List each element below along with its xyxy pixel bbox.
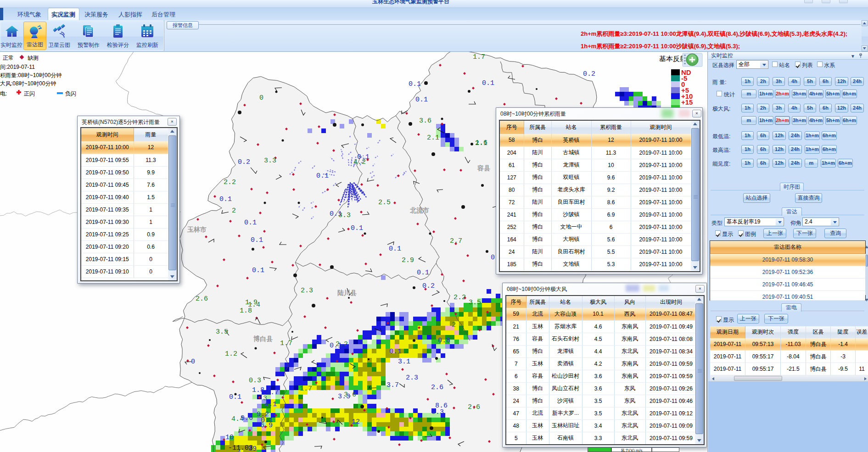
svg-text:0.2: 0.2: [238, 158, 250, 166]
svg-text:2.9: 2.9: [402, 257, 414, 264]
svg-text:2: 2: [232, 207, 236, 215]
svg-text:2.6: 2.6: [431, 384, 443, 391]
svg-text:10: 10: [225, 434, 234, 441]
svg-text:2.2: 2.2: [224, 179, 236, 186]
svg-text:0.2: 0.2: [422, 282, 435, 290]
svg-text:正常: 正常: [3, 55, 14, 61]
svg-text:0.1: 0.1: [417, 269, 429, 277]
svg-text:0.1: 0.1: [244, 219, 257, 227]
svg-text:1.7: 1.7: [300, 385, 312, 393]
svg-text:0.1: 0.1: [351, 224, 363, 232]
svg-text:2.6: 2.6: [468, 403, 480, 411]
svg-text:+15: +15: [681, 98, 693, 106]
svg-text:0.1: 0.1: [219, 195, 232, 203]
svg-text:1.7: 1.7: [473, 53, 485, 61]
svg-text:0.1: 0.1: [409, 80, 421, 88]
svg-text:3.1: 3.1: [398, 358, 410, 366]
svg-text:0.1: 0.1: [482, 79, 494, 87]
svg-text:3.6: 3.6: [419, 117, 431, 125]
svg-text:12: 12: [352, 418, 360, 426]
svg-text:2.7: 2.7: [450, 237, 462, 245]
svg-text:电:: 电:: [0, 90, 7, 97]
svg-text:0.1: 0.1: [357, 153, 370, 161]
svg-text:积雨量:08时~10时00分钟: 积雨量:08时~10时00分钟: [0, 72, 62, 78]
svg-text:4.1: 4.1: [264, 401, 277, 408]
svg-text:3.3: 3.3: [338, 393, 350, 401]
svg-text:2.2: 2.2: [454, 294, 466, 301]
svg-text:陆川县: 陆川县: [337, 289, 357, 296]
svg-text:大风:08时~10时00分钟: 大风:08时~10时00分钟: [0, 80, 56, 87]
svg-text:2.1: 2.1: [427, 134, 439, 142]
svg-text:2.3: 2.3: [406, 374, 418, 382]
svg-text:博白县: 博白县: [253, 335, 273, 342]
svg-text:0.1: 0.1: [389, 348, 402, 356]
svg-text:0.2: 0.2: [583, 70, 595, 78]
svg-text:5.3: 5.3: [431, 408, 444, 416]
svg-text:缺测: 缺测: [28, 55, 39, 61]
svg-text:0.1: 0.1: [389, 245, 401, 253]
svg-text:1.8: 1.8: [252, 386, 264, 394]
svg-text:北流市: 北流市: [409, 206, 429, 214]
svg-text:0.1: 0.1: [252, 267, 264, 274]
svg-text:0.1: 0.1: [316, 172, 329, 180]
svg-text:0.3: 0.3: [249, 377, 261, 385]
svg-text:0.1: 0.1: [251, 236, 263, 244]
svg-text:0: 0: [191, 358, 195, 366]
svg-text:-11.03: -11.03: [228, 444, 253, 452]
svg-text:0: 0: [259, 94, 263, 102]
svg-text:2.6: 2.6: [196, 295, 208, 303]
svg-text:2.5: 2.5: [378, 199, 391, 206]
svg-text:2: 2: [452, 321, 456, 329]
svg-text:9.6: 9.6: [241, 414, 253, 422]
svg-text:3.5: 3.5: [469, 299, 481, 307]
svg-text:1.7: 1.7: [280, 340, 292, 347]
svg-text:3.7: 3.7: [386, 381, 399, 389]
svg-text:9.2: 9.2: [257, 411, 269, 419]
svg-text:玉林市: 玉林市: [187, 226, 207, 233]
svg-text:2.3: 2.3: [301, 287, 313, 295]
svg-text:4.7: 4.7: [266, 389, 279, 396]
svg-text:6.9: 6.9: [260, 422, 273, 430]
svg-text:间:2019-07-11: 间:2019-07-11: [0, 64, 35, 70]
svg-text:3.5: 3.5: [216, 328, 228, 336]
svg-text:0.1: 0.1: [229, 393, 241, 401]
svg-text:0.1: 0.1: [330, 342, 342, 350]
svg-text:正闪: 正闪: [24, 90, 35, 97]
svg-text:0.1: 0.1: [330, 210, 342, 218]
svg-text:容县: 容县: [477, 164, 490, 172]
svg-text:2.1: 2.1: [475, 140, 487, 147]
svg-text:3.3: 3.3: [264, 157, 276, 165]
svg-text:1.2: 1.2: [225, 350, 237, 358]
svg-text:负闪: 负闪: [65, 90, 76, 97]
svg-text:1.9: 1.9: [245, 299, 258, 307]
svg-text:0.8: 0.8: [438, 337, 450, 345]
svg-text:0.1: 0.1: [415, 96, 428, 104]
